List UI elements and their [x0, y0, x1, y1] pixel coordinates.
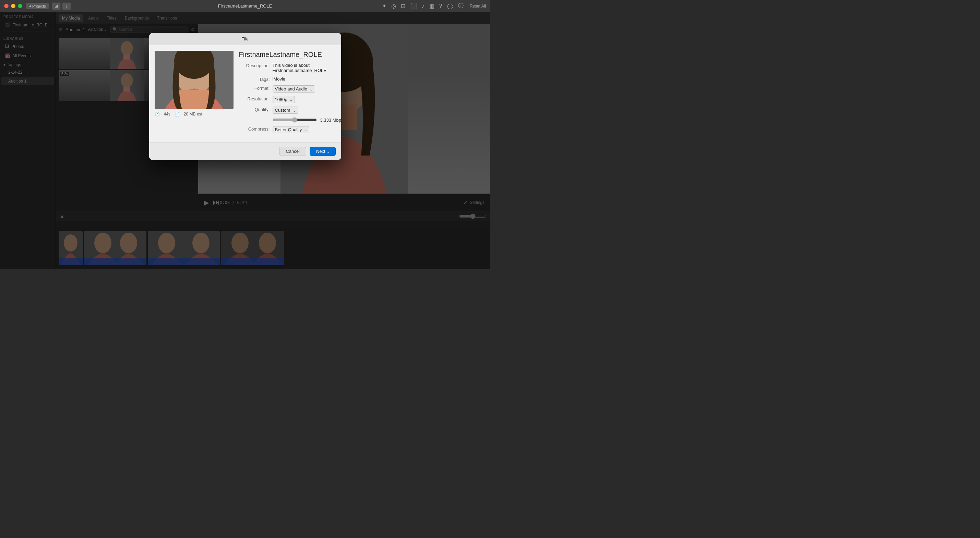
- compress-label: Compress:: [239, 126, 270, 132]
- bitrate-value: 3.333 Mbps: [320, 117, 341, 123]
- cancel-button[interactable]: Cancel: [279, 147, 306, 156]
- compress-field: Compress: Better Quality Smaller Size: [239, 126, 341, 133]
- reset-all-button[interactable]: Reset All: [470, 4, 486, 9]
- description-value: This video is about FirstnameLastname_RO…: [273, 63, 341, 73]
- projects-button[interactable]: ◂ Projects: [26, 3, 49, 9]
- modal-overlay: File: [0, 12, 490, 269]
- file-icon: 📄: [175, 112, 180, 116]
- bitrate-slider[interactable]: [273, 117, 317, 123]
- format-field: Format: Video and Audio Video Only Audio…: [239, 85, 341, 92]
- audio-icon[interactable]: ♪: [420, 2, 426, 10]
- title-bar: ◂ Projects ⊞ ↓ FirstnameLastname_ROLE ✦ …: [0, 0, 490, 12]
- minimize-button[interactable]: [11, 4, 16, 8]
- window-title: FirstnameLastname_ROLE: [218, 3, 272, 9]
- modal-file-title: FirstnameLastname_ROLE: [239, 51, 341, 59]
- modal-preview-side: 🕐 44s 📄 20 MB est.: [154, 51, 234, 137]
- modal-footer: Cancel Next...: [149, 142, 341, 160]
- quality-label: Quality:: [239, 106, 270, 112]
- modal-title-bar: File: [149, 33, 341, 45]
- filesize-value: 20 MB est.: [184, 112, 203, 116]
- bitrate-slider-row: 3.333 Mbps: [273, 117, 341, 123]
- duration-value: 44s: [164, 112, 170, 116]
- grid-view-button[interactable]: ⊞: [52, 2, 61, 10]
- compress-select[interactable]: Better Quality Smaller Size: [273, 126, 309, 133]
- resolution-select-wrapper: 1080p 720p 480p: [273, 96, 295, 103]
- modal-metadata: 🕐 44s 📄 20 MB est.: [154, 112, 234, 116]
- export-dialog: File: [149, 33, 341, 160]
- svg-rect-23: [179, 90, 210, 109]
- crop-icon[interactable]: ⊡: [399, 2, 407, 10]
- user-icon[interactable]: ◯: [446, 2, 455, 10]
- resolution-field: Resolution: 1080p 720p 480p: [239, 96, 341, 103]
- nav-buttons: ⊞ ↓: [52, 2, 71, 10]
- next-button[interactable]: Next...: [310, 147, 336, 156]
- compress-select-wrapper: Better Quality Smaller Size: [273, 126, 309, 133]
- modal-video-thumbnail: [154, 51, 234, 109]
- description-label: Description:: [239, 63, 270, 68]
- traffic-lights: [4, 4, 22, 8]
- tags-label: Tags:: [239, 76, 270, 82]
- quality-select-wrapper: Custom High Medium Low: [273, 106, 298, 114]
- modal-info-side: FirstnameLastname_ROLE Description: This…: [239, 51, 341, 137]
- resolution-label: Resolution:: [239, 96, 270, 102]
- description-field: Description: This video is about Firstna…: [239, 63, 341, 73]
- chevron-left-icon: ◂: [29, 4, 31, 8]
- color-wheel-icon[interactable]: ◎: [390, 2, 398, 10]
- chart-icon[interactable]: ▦: [428, 2, 436, 10]
- close-button[interactable]: [4, 4, 9, 8]
- quality-field: Quality: Custom High Medium Low: [239, 106, 341, 114]
- clock-icon: 🕐: [154, 112, 160, 116]
- format-label: Format:: [239, 85, 270, 91]
- toolbar-right: ✦ ◎ ⊡ ⬛ ♪ ▦ ? ◯ ⓘ Reset All: [380, 2, 486, 10]
- quality-select[interactable]: Custom High Medium Low: [273, 106, 298, 114]
- maximize-button[interactable]: [18, 4, 22, 8]
- format-select[interactable]: Video and Audio Video Only Audio Only: [273, 85, 315, 92]
- camera-icon[interactable]: ⬛: [409, 2, 418, 10]
- format-select-wrapper: Video and Audio Video Only Audio Only: [273, 85, 315, 92]
- download-button[interactable]: ↓: [62, 2, 71, 10]
- modal-body: 🕐 44s 📄 20 MB est. FirstnameLastname_ROL…: [149, 45, 341, 142]
- resolution-select[interactable]: 1080p 720p 480p: [273, 96, 295, 103]
- tags-value: iMovie: [273, 76, 286, 82]
- tags-field: Tags: iMovie: [239, 76, 341, 82]
- info-icon[interactable]: ⓘ: [457, 2, 465, 10]
- question-icon[interactable]: ?: [438, 2, 444, 10]
- magic-wand-icon[interactable]: ✦: [380, 2, 388, 10]
